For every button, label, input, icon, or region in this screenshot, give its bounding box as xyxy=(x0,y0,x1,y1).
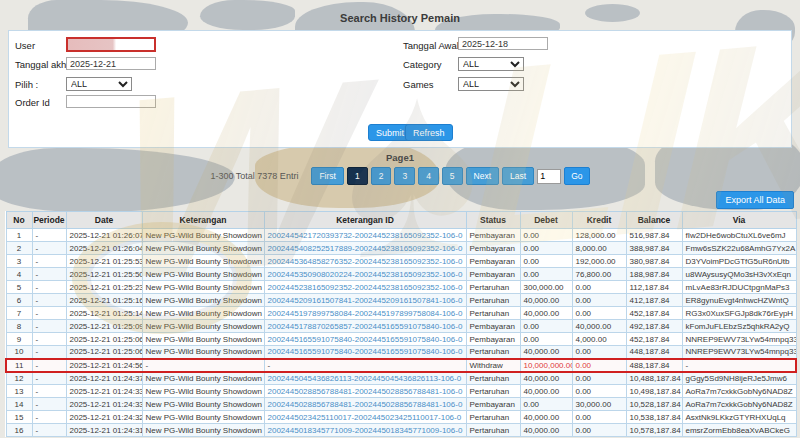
cell-debet: 300,000.00 xyxy=(520,281,572,294)
cell-no: 4 xyxy=(6,268,32,281)
export-all-data-button[interactable]: Export All Data xyxy=(716,191,794,209)
cell-debet: 40,000.00 xyxy=(520,372,572,385)
cell-date: 2025-12-21 01:24:33 xyxy=(66,385,142,398)
order-id-input[interactable] xyxy=(66,95,156,108)
cell-balance: 10,578,187.84 xyxy=(626,424,682,437)
entries-summary: 1-300 Total 7378 Entri xyxy=(210,171,298,181)
page-button-next[interactable]: Next xyxy=(466,167,499,185)
cell-keterangan-id[interactable]: 2002445165591075840-2002445165591075840-… xyxy=(264,346,466,359)
cell-keterangan-id[interactable]: 2002445023425110017-2002445023425110017-… xyxy=(264,411,466,424)
cell-keterangan: New PG-Wild Bounty Showdown xyxy=(142,398,264,411)
page-button-last[interactable]: Last xyxy=(502,167,534,185)
cell-keterangan-id[interactable]: 2002445238165092352-2002445238165092352-… xyxy=(264,281,466,294)
cell-keterangan-id[interactable]: 2002445408252517889-2002445238165092352-… xyxy=(264,242,466,255)
cell-keterangan-id[interactable]: 2002445350908020224-2002445238165092352-… xyxy=(264,268,466,281)
cell-kredit: 0.00 xyxy=(572,307,626,320)
cell-date: 2025-12-21 01:25:53 xyxy=(66,255,142,268)
cell-keterangan-id[interactable]: 2002445178870265857-2002445165591075840-… xyxy=(264,320,466,333)
cell-via: D3YVoimPDcGTfG5uR6nUtb xyxy=(682,255,796,268)
cell-kredit: 40,000.00 xyxy=(572,320,626,333)
cell-date: 2025-12-21 01:25:50 xyxy=(66,268,142,281)
cell-no: 2 xyxy=(6,242,32,255)
cell-keterangan-id[interactable]: 2002445421720393732-2002445238165092352-… xyxy=(264,229,466,242)
col-header-keterangan: Keterangan xyxy=(142,212,264,229)
cell-keterangan-id[interactable]: 2002445364858276352-2002445238165092352-… xyxy=(264,255,466,268)
goto-page-input[interactable] xyxy=(537,169,561,184)
user-label: User xyxy=(15,40,35,51)
cell-keterangan: New PG-Wild Bounty Showdown xyxy=(142,333,264,346)
cell-kredit: 128,000.00 xyxy=(572,229,626,242)
cell-keterangan-id[interactable]: 2002445018345771009-2002445018345771009-… xyxy=(264,424,466,437)
cell-debet: 10,000,000.00 xyxy=(520,359,572,372)
category-select[interactable]: ALL xyxy=(458,57,524,71)
page-title: Search History Pemain xyxy=(0,12,800,24)
cell-keterangan: New PG-Wild Bounty Showdown xyxy=(142,385,264,398)
games-select[interactable]: ALL xyxy=(458,77,524,91)
cell-keterangan-id[interactable]: 2002445028856788481-2002445028856788481-… xyxy=(264,398,466,411)
cell-keterangan-id[interactable]: 2002445209161507841-2002445209161507841-… xyxy=(264,294,466,307)
cell-kredit: 0.00 xyxy=(572,359,626,372)
cell-keterangan-id[interactable]: 2002445028856788481-2002445028856788481-… xyxy=(264,385,466,398)
page-button-2[interactable]: 2 xyxy=(371,167,392,185)
cell-keterangan: New PG-Wild Bounty Showdown xyxy=(142,307,264,320)
cell-status: Pertaruhan xyxy=(466,411,520,424)
cell-kredit: 4,000.00 xyxy=(572,333,626,346)
cell-periode: - xyxy=(32,294,66,307)
refresh-button[interactable]: Refresh xyxy=(405,124,453,141)
page-buttons: First12345NextLast xyxy=(311,167,534,185)
user-input[interactable] xyxy=(66,37,156,52)
cell-keterangan: New PG-Wild Bounty Showdown xyxy=(142,411,264,424)
cell-kredit: 0.00 xyxy=(572,281,626,294)
cell-keterangan-id[interactable]: 2002445045436826113-2002445045436826113-… xyxy=(264,372,466,385)
cell-date: 2025-12-21 01:24:31 xyxy=(66,424,142,437)
cell-keterangan-id[interactable]: 2002445165591075840-2002445165591075840-… xyxy=(264,333,466,346)
cell-via: gGgy5Sd9NH8ijeRJe5Jmw6 xyxy=(682,372,796,385)
cell-no: 16 xyxy=(6,424,32,437)
go-button[interactable]: Go xyxy=(564,167,589,185)
tanggal-awal-input[interactable] xyxy=(458,37,548,50)
table-row: 15-2025-12-21 01:24:32New PG-Wild Bounty… xyxy=(6,411,796,424)
cell-via: AsxtNk9LKkzGTYRHXUqLq xyxy=(682,411,796,424)
cell-periode: - xyxy=(32,320,66,333)
page-button-3[interactable]: 3 xyxy=(394,167,415,185)
pilih-select[interactable]: ALL xyxy=(66,77,132,91)
cell-keterangan-id[interactable]: 2002445197899758084-2002445197899758084-… xyxy=(264,307,466,320)
cell-no: 15 xyxy=(6,411,32,424)
tanggal-akhir-label: Tanggal akhir xyxy=(15,59,72,70)
cell-periode: - xyxy=(32,333,66,346)
page-button-4[interactable]: 4 xyxy=(418,167,439,185)
cell-date: 2025-12-21 01:26:07 xyxy=(66,229,142,242)
cell-debet: 0.00 xyxy=(520,398,572,411)
cell-debet: 0.00 xyxy=(520,320,572,333)
cell-no: 1 xyxy=(6,229,32,242)
cell-balance: 112,187.84 xyxy=(626,281,682,294)
tanggal-akhir-input[interactable] xyxy=(66,57,156,70)
page-button-first[interactable]: First xyxy=(311,167,344,185)
cell-no: 3 xyxy=(6,255,32,268)
page-indicator: Page1 xyxy=(0,152,800,163)
cell-balance: 388,987.84 xyxy=(626,242,682,255)
table-row: 10-2025-12-21 01:25:06New PG-Wild Bounty… xyxy=(6,346,796,359)
cell-balance: 10,498,187.84 xyxy=(626,385,682,398)
search-form-panel: User Tanggal akhir Pilih : ALL Order Id … xyxy=(8,30,792,148)
cell-periode: - xyxy=(32,281,66,294)
cell-kredit: 0.00 xyxy=(572,385,626,398)
table-row: 11-2025-12-21 01:24:56--Withdraw10,000,0… xyxy=(6,359,796,372)
cell-kredit: 0.00 xyxy=(572,294,626,307)
cell-via: ER8gynuEvgt4nhwcHZWntQ xyxy=(682,294,796,307)
cell-date: 2025-12-21 01:25:14 xyxy=(66,307,142,320)
cell-periode: - xyxy=(32,346,66,359)
cell-status: Pembayaran xyxy=(466,398,520,411)
col-header-kredit: Kredit xyxy=(572,212,626,229)
col-header-status: Status xyxy=(466,212,520,229)
cell-no: 9 xyxy=(6,333,32,346)
cell-status: Pertaruhan xyxy=(466,372,520,385)
cell-keterangan: New PG-Wild Bounty Showdown xyxy=(142,281,264,294)
cell-periode: - xyxy=(32,268,66,281)
history-table: No Periode Date Keterangan Keterangan ID… xyxy=(5,211,795,437)
table-row: 2-2025-12-21 01:26:04New PG-Wild Bounty … xyxy=(6,242,796,255)
page-button-1[interactable]: 1 xyxy=(347,167,368,185)
games-label: Games xyxy=(403,79,434,90)
cell-balance: 452,187.84 xyxy=(626,333,682,346)
page-button-5[interactable]: 5 xyxy=(442,167,463,185)
